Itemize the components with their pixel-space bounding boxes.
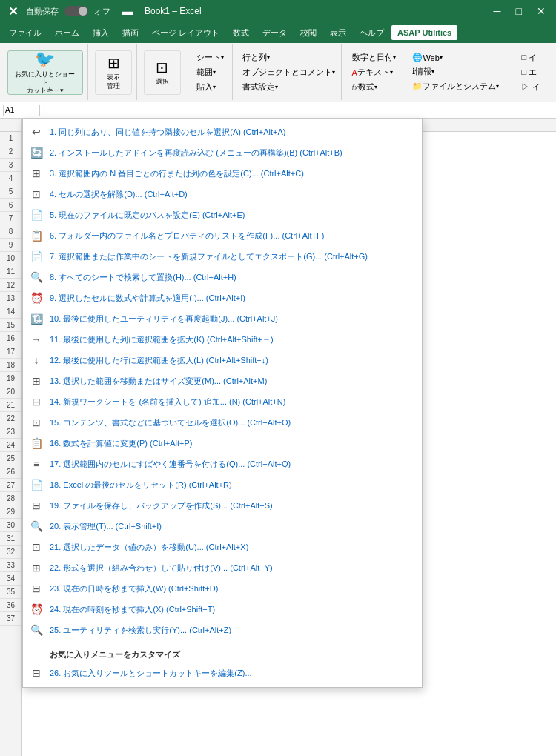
ribbon-select-group: ⊡ 選択 (140, 44, 186, 100)
formula-btn[interactable]: fx 数式▾ (349, 80, 399, 94)
menu-item-23[interactable]: ⊟ 23. 現在の日時を秒まで挿入(W) (Ctrl+Shift+D) (23, 579, 422, 600)
extra3[interactable]: ▷ イ (518, 80, 543, 94)
maximize-icon[interactable]: □ (512, 5, 526, 17)
row-7: 7 (0, 212, 21, 225)
row-20: 20 (0, 385, 21, 399)
undo-icon: ↩ (29, 125, 44, 140)
extra2[interactable]: □ エ (518, 65, 543, 79)
asap-dropdown-menu: ↩ 1. 同じ列にあり、同じ値を持つ隣接のセルを選択(A) (Ctrl+Alt+… (22, 119, 423, 688)
menu-item-13[interactable]: ⊞ 13. 選択した範囲を移動またはサイズ変更(M)... (Ctrl+Alt+… (23, 371, 422, 392)
row-12: 12 (0, 279, 21, 292)
row-34: 34 (0, 572, 21, 586)
menu-insert[interactable]: 挿入 (87, 24, 115, 42)
row-32: 32 (0, 546, 21, 559)
files-btn[interactable]: 📁 ファイルとシステム▾ (409, 79, 502, 93)
autosave-toggle[interactable] (64, 6, 88, 16)
display-icon: ⊞ (107, 54, 120, 72)
menu-home[interactable]: ホーム (49, 24, 85, 42)
clock-icon: ⏰ (29, 291, 44, 306)
menu-formulas[interactable]: 数式 (227, 24, 255, 42)
arrow-right-icon: → (29, 333, 44, 348)
menu-item-15[interactable]: ⊡ 15. コンテンツ、書式などに基づいてセルを選択(O)... (Ctrl+A… (23, 413, 422, 434)
menu-divider (23, 643, 422, 643)
row-9: 9 (0, 239, 21, 252)
display-label: 表示管理 (107, 73, 120, 90)
folder-icon: 📋 (29, 229, 44, 244)
refresh-icon: 🔃 (29, 312, 44, 327)
paste-btn[interactable]: 貼入▾ (193, 80, 227, 94)
menu-page-layout[interactable]: ページ レイアウト (146, 24, 225, 42)
select-button[interactable]: ⊡ 選択 (144, 50, 181, 95)
menu-item-8[interactable]: 🔍 8. すべてのシートで検索して置換(H)... (Ctrl+Alt+H) (23, 268, 422, 288)
menu-data[interactable]: データ (257, 24, 293, 42)
menu-item-26[interactable]: ⊟ 26. お気に入りツールとショートカットキーを編集(Z)... (23, 663, 422, 684)
menu-item-20[interactable]: 🔍 20. 表示管理(T)... (Ctrl+Shift+I) (23, 517, 422, 537)
favorites-label: お気に入りとショートカットキー▾ (13, 70, 78, 94)
menu-item-2[interactable]: 🔄 2. インストールしたアドインを再度読み込む (メニューの再構築)(B) (… (23, 143, 422, 164)
menu-item-19[interactable]: ⊟ 19. ファイルを保存し、バックアップを作成(S)... (Ctrl+Alt… (23, 496, 422, 517)
menu-item-9[interactable]: ⏰ 9. 選択したセルに数式や計算式を適用(I)... (Ctrl+Alt+I) (23, 288, 422, 309)
web-btn[interactable]: 🌐 Web▾ (409, 51, 502, 64)
format-btn[interactable]: 書式設定▾ (239, 80, 338, 94)
row-33: 33 (0, 559, 21, 572)
menu-item-16[interactable]: 📋 16. 数式を計算値に変更(P) (Ctrl+Alt+P) (23, 434, 422, 454)
menu-item-5[interactable]: 📄 5. 現在のファイルに既定のパスを設定(E) (Ctrl+Alt+E) (23, 205, 422, 226)
select-label: 選択 (156, 78, 169, 87)
menu-item-21[interactable]: ⊡ 21. 選択したデータ（値のみ）を移動(U)... (Ctrl+Alt+X) (23, 537, 422, 558)
row-28: 28 (0, 492, 21, 505)
range-btn[interactable]: 範囲▾ (193, 65, 227, 79)
menu-draw[interactable]: 描画 (116, 24, 145, 42)
row-15: 15 (0, 319, 21, 332)
menu-help[interactable]: ヘルプ (354, 24, 390, 42)
sheet-btn[interactable]: シート▾ (193, 50, 227, 64)
row-11: 11 (0, 265, 21, 279)
row-27: 27 (0, 479, 21, 492)
arrow-down-icon: ↓ (29, 354, 44, 368)
deselect-icon: ⊡ (29, 188, 44, 202)
info-btn[interactable]: ℹ 情報▾ (409, 64, 502, 79)
menu-item-22[interactable]: ⊞ 22. 形式を選択（組み合わせ）して貼り付け(V)... (Ctrl+Alt… (23, 558, 422, 579)
menu-item-3[interactable]: ⊞ 3. 選択範囲内の N 番目ごとの行または列の色を設定(C)... (Ctr… (23, 164, 422, 185)
row-19: 19 (0, 372, 21, 385)
menu-item-12[interactable]: ↓ 12. 最後に使用した行に選択範囲を拡大(L) (Ctrl+Alt+Shif… (23, 351, 422, 371)
reset-icon: 📄 (29, 478, 44, 493)
row-24: 24 (0, 439, 21, 452)
row-22: 22 (0, 412, 21, 425)
formula-separator: | (43, 106, 45, 115)
row-6: 6 (0, 199, 21, 212)
favorites-button[interactable]: 🐦 お気に入りとショートカットキー▾ (7, 50, 83, 95)
menu-item-17[interactable]: ≡ 17. 選択範囲内のセルにすばやく連番号を付ける(Q)... (Ctrl+A… (23, 454, 422, 475)
menu-item-6[interactable]: 📋 6. フォルダー内のファイル名とプロパティのリストを作成(F)... (Ct… (23, 226, 422, 247)
menu-file[interactable]: ファイル (3, 24, 47, 42)
file-name: Book1 – Excel (145, 6, 202, 16)
name-box[interactable] (3, 105, 40, 116)
menu-item-10[interactable]: 🔃 10. 最後に使用したユーティリティを再度起動(J)... (Ctrl+Al… (23, 309, 422, 330)
menu-view[interactable]: 表示 (324, 24, 352, 42)
extra1[interactable]: □ イ (518, 50, 543, 64)
menu-item-1[interactable]: ↩ 1. 同じ列にあり、同じ値を持つ隣接のセルを選択(A) (Ctrl+Alt+… (23, 122, 422, 143)
sheet-container: 1 2 3 4 5 6 7 8 9 10 11 12 13 14 15 16 1… (0, 119, 556, 756)
menu-item-4[interactable]: ⊡ 4. セルの選択を解除(D)... (Ctrl+Alt+D) (23, 185, 422, 205)
minimize-icon[interactable]: ─ (489, 5, 506, 17)
menu-item-18[interactable]: 📄 18. Excel の最後のセルをリセット(R) (Ctrl+Alt+R) (23, 475, 422, 496)
row-30: 30 (0, 519, 21, 532)
menu-asap[interactable]: ASAP Utilities (391, 25, 457, 40)
row-18: 18 (0, 359, 21, 372)
row-16: 16 (0, 332, 21, 345)
display-button[interactable]: ⊞ 表示管理 (95, 50, 132, 95)
rows-cols-btn[interactable]: 行と列▾ (239, 50, 338, 64)
menu-review[interactable]: 校閲 (294, 24, 322, 42)
close-icon[interactable]: ✕ (532, 5, 550, 17)
move-data-icon: ⊡ (29, 540, 44, 555)
menu-item-25[interactable]: 🔍 25. ユーティリティを検索し実行(Y)... (Ctrl+Alt+Z) (23, 620, 422, 641)
menu-item-24[interactable]: ⏰ 24. 現在の時刻を秒まで挿入(X) (Ctrl+Shift+T) (23, 600, 422, 620)
menu-item-14[interactable]: ⊟ 14. 新規ワークシートを (名前を挿入して) 追加... (N) (Ctr… (23, 392, 422, 413)
objects-btn[interactable]: オブジェクトとコメント▾ (239, 65, 338, 79)
sheet-area: A I J K ↩ 1. 同じ列にあり、同じ値を持つ隣接のセルを選択(A) (C… (22, 119, 556, 756)
text-btn[interactable]: A テキスト▾ (349, 65, 399, 79)
row-14: 14 (0, 305, 21, 319)
row-13: 13 (0, 292, 21, 305)
menu-item-7[interactable]: 📄 7. 選択範囲または作業中のシートを新規ファイルとしてエクスポート(G)..… (23, 247, 422, 268)
menu-item-11[interactable]: → 11. 最後に使用した列に選択範囲を拡大(K) (Ctrl+Alt+Shif… (23, 330, 422, 351)
numbers-btn[interactable]: 数字と日付▾ (349, 50, 399, 64)
